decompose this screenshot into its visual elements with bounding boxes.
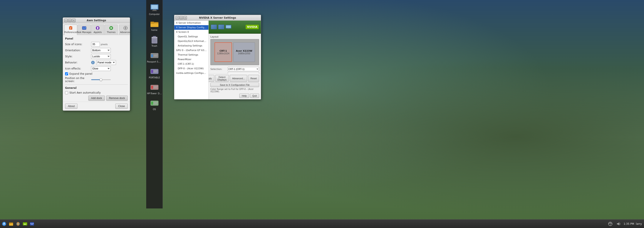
tab-preferences[interactable]: Preferences [64,24,77,35]
svg-rect-53 [9,224,13,226]
orientation-row: Orientation: Bottom Top Left Right [65,48,128,53]
taskbar-firefox-icon[interactable] [15,221,21,227]
awn-maximize-button[interactable]: □ [68,19,72,22]
taskbar-awn-icon[interactable] [1,221,8,227]
svg-rect-23 [151,86,153,89]
trash-icon [150,35,159,44]
add-dock-button[interactable]: Add dock [88,96,105,101]
dock-item-hptower[interactable]: HP-Tower_Data [147,81,162,96]
nvidia-header: NVIDIA [209,21,261,34]
orientation-select[interactable]: Bottom Top Left Right [91,48,111,53]
nvidia-body: Layout CRT-1 1280x1024 Acer X223W 1680x1… [209,34,261,73]
taskbar-files-icon[interactable] [8,221,14,227]
position-slider[interactable] [91,78,111,82]
taskbar-nvidia-icon[interactable]: NV [22,221,28,227]
dock-item-os[interactable]: OS [147,97,162,112]
selection-select[interactable]: CRT-1 (CRT-1) [228,67,259,71]
dock-item-passport[interactable]: Passport 500G [147,50,162,64]
advanced-tab-label: Advanced [120,31,130,33]
dock-item-trash[interactable]: Trash [147,34,162,48]
svg-rect-35 [84,28,85,29]
svg-rect-54 [9,223,11,224]
svg-rect-20 [154,71,158,71]
size-label: Size of icons: [65,43,91,46]
nvidia-close-button[interactable]: × [184,16,187,19]
sidebar-item-crt1[interactable]: CRT-1 (CRT-1) [174,62,208,66]
sidebar-item-x-server-display-config[interactable]: X Server Display Configuration [174,25,208,30]
size-input[interactable] [91,42,100,47]
awn-minimize-button[interactable]: ─ [64,19,68,22]
nvidia-titlebar[interactable]: ─ □ × NVIDIA X Server Settings [174,15,261,21]
svg-rect-30 [70,27,72,28]
sidebar-item-opengl-glx[interactable]: OpenGL/GLX Information [174,39,208,43]
remove-dock-button[interactable]: Remove dock [106,96,128,101]
bottom-btn-row: Help Quit [210,94,259,98]
tab-applets[interactable]: Applets [91,24,104,35]
svg-rect-24 [154,86,158,87]
size-row: Size of icons: pixels [65,42,128,47]
display-layout-area: CRT-1 1280x1024 Acer X223W 1680x1050 [210,39,259,65]
svg-rect-2 [153,9,156,10]
preferences-tab-icon [68,26,73,30]
portable-label: PORTABLE [149,76,160,79]
awn-close-button[interactable]: × [72,19,76,22]
sidebar-item-antialiasing[interactable]: Antialiasing Settings [174,43,208,48]
monitor-icon-1 [211,24,217,29]
start-auto-checkbox[interactable] [65,91,68,94]
sidebar-item-x-screen-0[interactable]: X Screen 0 [174,30,208,34]
monitor-icon-2 [218,24,224,29]
sidebar-dock: Computer home Trash [146,0,163,209]
preferences-tab-label: Preferences [64,31,77,33]
hptower-icon [150,82,159,92]
nvidia-window-controls: ─ □ × [176,16,187,19]
sidebar-item-gpu0[interactable]: GPU 0 - (GeForce GT 630) [174,48,208,53]
tab-task-manager[interactable]: Task Manager [78,24,91,35]
about-button[interactable]: About [65,104,78,109]
sidebar-item-thermal[interactable]: Thermal Settings [174,53,208,57]
reset-button[interactable]: Reset [248,75,259,82]
close-button[interactable]: Close [115,104,128,109]
sidebar-item-x-server-info[interactable]: X Server Information [174,21,208,25]
taskbar-volume-icon[interactable] [615,221,622,227]
tab-advanced[interactable]: Advanced [119,24,130,35]
svg-rect-27 [151,102,153,105]
sidebar-item-dfp0[interactable]: DFP-0 - (Acer X223W) [174,66,208,71]
svg-rect-15 [154,55,158,55]
expand-panel-checkbox[interactable] [65,72,68,75]
help-button[interactable]: Help [239,94,249,98]
icon-effects-select[interactable]: Glow None Spotlight [91,66,111,71]
position-label: Position on the screen: [65,77,91,83]
tab-themes[interactable]: Themes [105,24,118,35]
svg-rect-14 [151,54,153,57]
svg-rect-6 [150,22,154,23]
taskbar-network-icon[interactable] [607,221,614,227]
behavior-select[interactable]: Panel mode Auto-hide [96,60,116,65]
sidebar-item-nvidia-config[interactable]: nvidia-settings Configuration [174,71,208,75]
quit-button[interactable]: Quit [250,94,259,98]
start-auto-label: Start Awn automatically [70,91,101,94]
display-crt1-res: 1280x1024 [217,52,230,55]
trash-label: Trash [152,45,157,47]
nvidia-status-text: Color Range set to Full for DFP-0 - (Ace… [210,88,259,93]
style-select[interactable]: Lucido [91,54,111,59]
save-config-button[interactable]: Save to X Configuration File [210,83,259,87]
dock-item-portable[interactable]: PORTABLE [147,66,162,80]
display-crt1[interactable]: CRT-1 1280x1024 [214,42,232,62]
awn-titlebar[interactable]: ─ □ × Awn Settings [63,18,130,23]
nvidia-maximize-button[interactable]: □ [180,16,183,19]
dock-item-computer[interactable]: Computer [147,2,162,16]
detect-displays-button[interactable]: Detect Displays [215,75,229,82]
advanced-button[interactable]: Advanced... [230,75,247,82]
awn-content: Panel Size of icons: pixels Orientation:… [63,35,130,103]
display-acer[interactable]: Acer X223W 1680x1050 [233,42,255,62]
taskbar-messenger-icon[interactable] [29,221,35,227]
nvidia-sidebar: X Server Information X Server Display Co… [174,21,209,99]
apply-button[interactable]: Apply [209,75,214,82]
nvidia-minimize-button[interactable]: ─ [176,16,179,19]
sidebar-item-opengl-settings[interactable]: OpenGL Settings [174,34,208,39]
dock-item-home[interactable]: home [147,18,162,32]
svg-point-42 [125,27,126,29]
behavior-info-icon[interactable]: i [91,61,95,64]
sidebar-item-powermizer[interactable]: PowerMizer [174,57,208,62]
taskbar-user: larry [636,222,642,226]
